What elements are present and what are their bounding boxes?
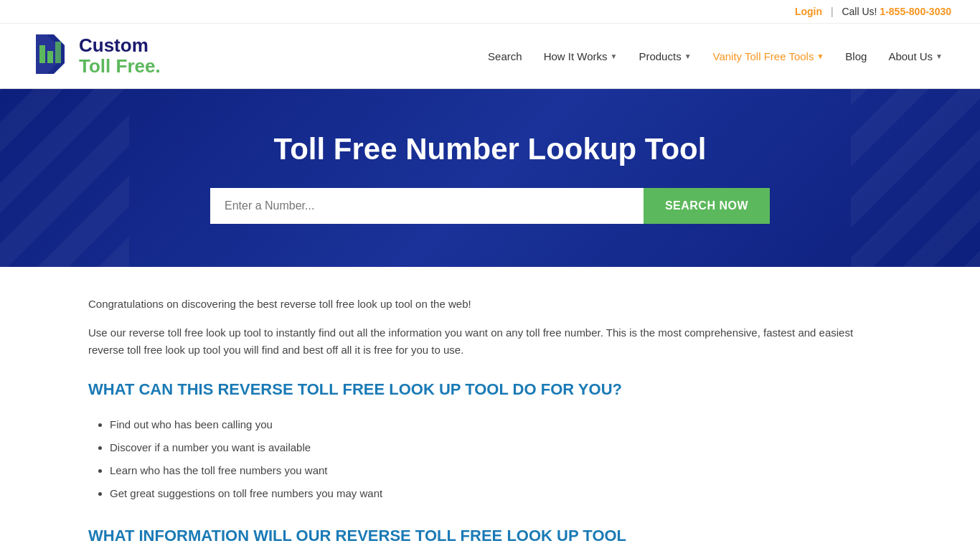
main-nav: Search How It Works ▼ Products ▼ Vanity …	[479, 44, 951, 68]
hero-banner: Toll Free Number Lookup Tool SEARCH NOW	[0, 89, 980, 267]
search-bar: SEARCH NOW	[210, 188, 770, 224]
main-content: Congratulations on discovering the best …	[60, 267, 920, 551]
nav-search[interactable]: Search	[479, 44, 531, 68]
logo-custom: Custom	[79, 35, 161, 56]
separator: |	[831, 6, 834, 17]
intro-paragraph-1: Congratulations on discovering the best …	[88, 296, 892, 313]
svg-rect-2	[39, 45, 45, 63]
features-list: Find out who has been calling you Discov…	[88, 413, 892, 505]
chevron-down-icon: ▼	[611, 52, 618, 60]
search-now-button[interactable]: SEARCH NOW	[644, 188, 770, 224]
call-us-label: Call Us!	[842, 6, 877, 17]
nav-about-us[interactable]: About Us ▼	[880, 44, 951, 68]
nav-vanity-tools[interactable]: Vanity Toll Free Tools ▼	[705, 44, 833, 68]
chevron-down-icon: ▼	[684, 52, 692, 60]
header: Custom Toll Free. Search How It Works ▼ …	[0, 24, 980, 89]
section-1-title: WHAT CAN THIS REVERSE TOLL FREE LOOK UP …	[88, 380, 892, 399]
nav-how-it-works[interactable]: How It Works ▼	[535, 44, 626, 68]
top-bar: Login | Call Us! 1-855-800-3030	[0, 0, 980, 24]
svg-rect-4	[55, 42, 61, 63]
number-search-input[interactable]	[210, 188, 644, 224]
phone-link[interactable]: 1-855-800-3030	[880, 6, 951, 17]
login-link[interactable]: Login	[795, 6, 822, 17]
intro-paragraph-2: Use our reverse toll free look up tool t…	[88, 324, 892, 359]
list-item: Find out who has been calling you	[110, 413, 892, 436]
list-item: Get great suggestions on toll free numbe…	[110, 482, 892, 505]
chevron-down-icon: ▼	[936, 52, 943, 60]
svg-rect-3	[47, 51, 53, 63]
hero-title: Toll Free Number Lookup Tool	[274, 132, 707, 166]
logo-icon	[29, 31, 72, 81]
list-item: Learn who has the toll free numbers you …	[110, 459, 892, 482]
chevron-down-icon: ▼	[816, 52, 824, 60]
logo-text: Custom Toll Free.	[79, 35, 161, 76]
section-2-title: WHAT INFORMATION WILL OUR REVERSE TOLL F…	[88, 527, 892, 545]
logo-toll-free: Toll Free.	[79, 56, 161, 77]
logo[interactable]: Custom Toll Free.	[29, 31, 161, 81]
nav-products[interactable]: Products ▼	[630, 44, 699, 68]
list-item: Discover if a number you want is availab…	[110, 436, 892, 459]
nav-blog[interactable]: Blog	[837, 44, 875, 68]
